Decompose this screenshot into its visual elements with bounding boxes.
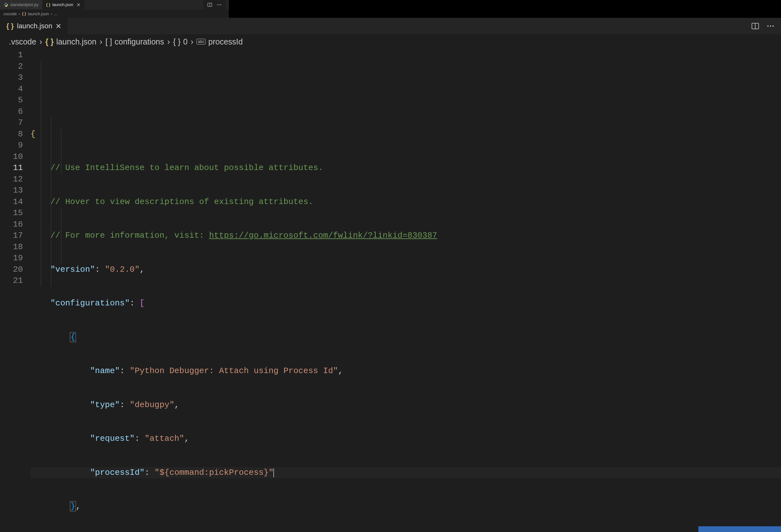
line-number: 10 bbox=[0, 151, 23, 163]
outer-tab-strip: standardplot.py { } launch.json bbox=[0, 0, 229, 9]
line-number-gutter: 1 2 3 4 5 6 7 8 9 10 11 12 13 14 15 16 1… bbox=[0, 50, 31, 532]
line-number: 7 bbox=[0, 117, 23, 129]
line-number: 15 bbox=[0, 208, 23, 219]
breadcrumb-seg[interactable]: abc processId bbox=[197, 37, 243, 46]
code-line: "request": "attach", bbox=[31, 433, 781, 445]
line-number: 13 bbox=[0, 185, 23, 196]
line-number: 5 bbox=[0, 95, 23, 106]
chevron-right-icon: › bbox=[19, 11, 20, 16]
breadcrumb-label: 0 bbox=[183, 37, 188, 46]
inner-breadcrumb[interactable]: .vscode › { } launch.json › [ ] configur… bbox=[0, 34, 781, 49]
string-icon: abc bbox=[197, 39, 206, 44]
notification-bar[interactable] bbox=[698, 526, 781, 532]
svg-point-2 bbox=[217, 4, 218, 5]
json-icon: { } bbox=[46, 2, 50, 7]
breadcrumb-label: configurations bbox=[115, 37, 164, 46]
code-line: "name": "Python Debugger: Attach using P… bbox=[31, 365, 781, 377]
svg-point-8 bbox=[770, 26, 771, 27]
code-editor[interactable]: 1 2 3 4 5 6 7 8 9 10 11 12 13 14 15 16 1… bbox=[0, 49, 781, 532]
breadcrumb-seg[interactable]: .vscode bbox=[9, 37, 36, 46]
chevron-right-icon: › bbox=[51, 11, 52, 16]
json-icon: { } bbox=[45, 37, 54, 46]
breadcrumb-label: .vscode bbox=[9, 37, 36, 46]
breadcrumb-label: processId bbox=[208, 37, 243, 46]
breadcrumb-seg[interactable]: { } 0 bbox=[173, 37, 188, 46]
outer-editor-actions bbox=[203, 0, 226, 9]
json-icon: { } bbox=[6, 22, 14, 30]
svg-point-9 bbox=[772, 26, 774, 27]
breadcrumb-seg[interactable]: .vscode bbox=[3, 11, 17, 16]
line-number: 9 bbox=[0, 140, 23, 151]
svg-point-7 bbox=[767, 26, 769, 27]
split-editor-icon[interactable] bbox=[207, 2, 212, 7]
line-number: 2 bbox=[0, 61, 23, 73]
tab-standardplot[interactable]: standardplot.py bbox=[0, 0, 42, 9]
tab-label: launch.json bbox=[52, 2, 73, 7]
line-number: 4 bbox=[0, 84, 23, 95]
outer-breadcrumb[interactable]: .vscode › { } launch.json › ... bbox=[0, 9, 229, 18]
tab-launch-json-inner[interactable]: { } launch.json bbox=[0, 18, 68, 34]
line-number: 12 bbox=[0, 174, 23, 185]
line-number: 1 bbox=[0, 50, 23, 61]
chevron-right-icon: › bbox=[39, 37, 42, 46]
svg-point-4 bbox=[220, 4, 221, 5]
object-icon: { } bbox=[173, 37, 181, 46]
line-number: 19 bbox=[0, 253, 23, 264]
python-icon bbox=[4, 3, 8, 7]
line-number: 18 bbox=[0, 242, 23, 253]
svg-point-3 bbox=[219, 4, 220, 5]
inner-editor-actions bbox=[745, 18, 781, 34]
breadcrumb-seg[interactable]: [ ] configurations bbox=[106, 37, 164, 46]
tab-label: launch.json bbox=[17, 22, 52, 30]
code-line: "type": "debugpy", bbox=[31, 400, 781, 411]
more-actions-icon[interactable] bbox=[766, 22, 775, 30]
code-line: "processId": "${command:pickProcess}" bbox=[31, 467, 781, 479]
more-actions-icon[interactable] bbox=[217, 2, 222, 7]
tab-launch-json[interactable]: { } launch.json bbox=[42, 0, 85, 9]
json-icon: { } bbox=[22, 11, 26, 16]
chevron-right-icon: › bbox=[191, 37, 193, 46]
close-icon[interactable] bbox=[76, 3, 81, 7]
code-line: { bbox=[31, 332, 781, 343]
code-line: // For more information, visit: https://… bbox=[31, 230, 781, 242]
breadcrumb-seg[interactable]: launch.json bbox=[28, 11, 49, 16]
text-cursor bbox=[273, 468, 274, 477]
breadcrumb-seg[interactable]: ... bbox=[54, 11, 57, 16]
breadcrumb-label: launch.json bbox=[56, 37, 96, 46]
code-line: "configurations": [ bbox=[31, 298, 781, 309]
line-number: 17 bbox=[0, 230, 23, 242]
code-line: // Hover to view descriptions of existin… bbox=[31, 196, 781, 208]
split-editor-icon[interactable] bbox=[751, 22, 759, 30]
line-number: 14 bbox=[0, 196, 23, 208]
line-number: 21 bbox=[0, 275, 23, 287]
tab-label: standardplot.py bbox=[10, 2, 38, 7]
line-number: 6 bbox=[0, 106, 23, 118]
chevron-right-icon: › bbox=[167, 37, 170, 46]
chevron-right-icon: › bbox=[99, 37, 102, 46]
inner-tab-strip: { } launch.json bbox=[0, 18, 781, 34]
line-number: 3 bbox=[0, 72, 23, 84]
close-icon[interactable] bbox=[56, 23, 61, 29]
code-content[interactable]: { // Use IntelliSense to learn about pos… bbox=[31, 50, 781, 532]
line-number: 11 bbox=[0, 162, 23, 174]
array-icon: [ ] bbox=[106, 37, 112, 46]
code-line: }, bbox=[31, 501, 781, 512]
line-number: 20 bbox=[0, 264, 23, 276]
inner-editor: { } launch.json .vscode › { } launch.jso… bbox=[0, 18, 781, 532]
code-line: // Use IntelliSense to learn about possi… bbox=[31, 162, 781, 174]
line-number: 16 bbox=[0, 219, 23, 231]
code-line: { bbox=[31, 129, 781, 140]
breadcrumb-seg[interactable]: { } launch.json bbox=[45, 37, 97, 46]
line-number: 8 bbox=[0, 129, 23, 140]
code-line: "version": "0.2.0", bbox=[31, 264, 781, 276]
